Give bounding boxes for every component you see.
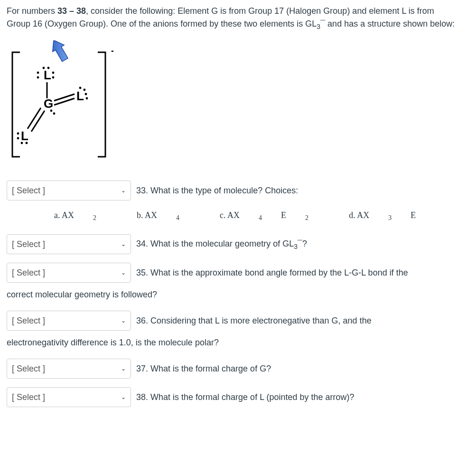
select-placeholder: [ Select ]	[12, 268, 45, 277]
question-36-row: [ Select ] ⌄ 36. Considering that L is m…	[7, 311, 459, 350]
select-q36[interactable]: [ Select ] ⌄	[7, 311, 131, 331]
svg-point-8	[84, 88, 86, 91]
svg-point-4	[43, 67, 45, 69]
svg-point-10	[86, 97, 88, 99]
choice-a: a. AX2	[54, 210, 115, 220]
select-q35[interactable]: [ Select ] ⌄	[7, 263, 131, 283]
svg-point-9	[85, 93, 87, 95]
chevron-down-icon: ⌄	[121, 359, 126, 378]
svg-point-15	[21, 142, 23, 144]
question-37-row: [ Select ] ⌄ 37. What is the formal char…	[7, 359, 459, 379]
atom-l-top: L	[44, 68, 51, 82]
intro-range: 33 – 38	[57, 6, 86, 16]
svg-point-1	[37, 76, 39, 78]
svg-point-19	[50, 109, 53, 112]
intro-charge: ¯	[320, 19, 325, 29]
select-placeholder: [ Select ]	[12, 239, 45, 249]
q35-text: 35. What is the approximate bond angle f…	[136, 268, 408, 277]
atom-l-bottom-left: L	[21, 129, 28, 143]
svg-point-14	[17, 137, 19, 139]
chevron-down-icon: ⌄	[121, 388, 126, 407]
select-q38[interactable]: [ Select ] ⌄	[7, 387, 131, 407]
question-33-row: [ Select ] ⌄ 33. What is the type of mol…	[7, 181, 459, 200]
question-intro: For numbers 33 – 38, consider the follow…	[7, 5, 459, 32]
q33-choices: a. AX2 b. AX4 c. AX4E2 d. AX3E	[7, 209, 459, 223]
select-q34[interactable]: [ Select ] ⌄	[7, 234, 131, 254]
choice-d: d. AX3E	[349, 210, 435, 220]
choice-c: c. AX4E2	[220, 210, 327, 220]
lewis-structure-diagram: - G L L L	[7, 40, 113, 162]
question-35-row: [ Select ] ⌄ 35. What is the approximate…	[7, 263, 459, 302]
chevron-down-icon: ⌄	[121, 181, 126, 200]
chevron-down-icon: ⌄	[121, 235, 126, 254]
q38-text: 38. What is the formal charge of L (poin…	[136, 392, 354, 401]
q35-cont: correct molecular geometry is followed?	[7, 287, 459, 302]
select-q37[interactable]: [ Select ] ⌄	[7, 359, 131, 379]
q36-text: 36. Considering that L is more electrone…	[136, 316, 372, 325]
select-placeholder: [ Select ]	[12, 316, 45, 325]
choice-b: b. AX4	[137, 210, 198, 220]
svg-point-13	[17, 132, 19, 134]
chevron-down-icon: ⌄	[121, 263, 126, 282]
q33-text: 33. What is the type of molecule? Choice…	[136, 185, 298, 195]
select-q33[interactable]: [ Select ] ⌄	[7, 181, 131, 200]
intro-prefix: For numbers	[7, 6, 57, 16]
svg-point-2	[52, 71, 55, 74]
select-placeholder: [ Select ]	[12, 392, 45, 402]
question-34-row: [ Select ] ⌄ 34. What is the molecular g…	[7, 234, 459, 254]
atom-l-right: L	[76, 89, 84, 103]
svg-line-17	[28, 108, 41, 129]
chevron-down-icon: ⌄	[121, 311, 126, 330]
svg-point-0	[37, 71, 39, 74]
svg-point-3	[52, 76, 55, 78]
intro-sub3: 3	[317, 23, 320, 30]
select-placeholder: [ Select ]	[12, 364, 45, 373]
q36-cont: electronegativity difference is 1.0, is …	[7, 335, 459, 350]
intro-body2: and has a structure shown below:	[325, 19, 455, 29]
arrow-icon	[48, 40, 71, 63]
select-placeholder: [ Select ]	[12, 186, 45, 195]
question-38-row: [ Select ] ⌄ 38. What is the formal char…	[7, 387, 459, 407]
svg-line-18	[31, 111, 45, 132]
q37-text: 37. What is the formal charge of G?	[136, 363, 271, 373]
svg-point-5	[47, 67, 50, 69]
atom-g: G	[44, 96, 53, 111]
svg-point-7	[79, 86, 82, 89]
q34-text: 34. What is the molecular geometry of GL…	[136, 239, 307, 248]
svg-point-20	[53, 112, 56, 114]
charge-minus: -	[111, 45, 113, 56]
svg-point-16	[26, 142, 28, 144]
